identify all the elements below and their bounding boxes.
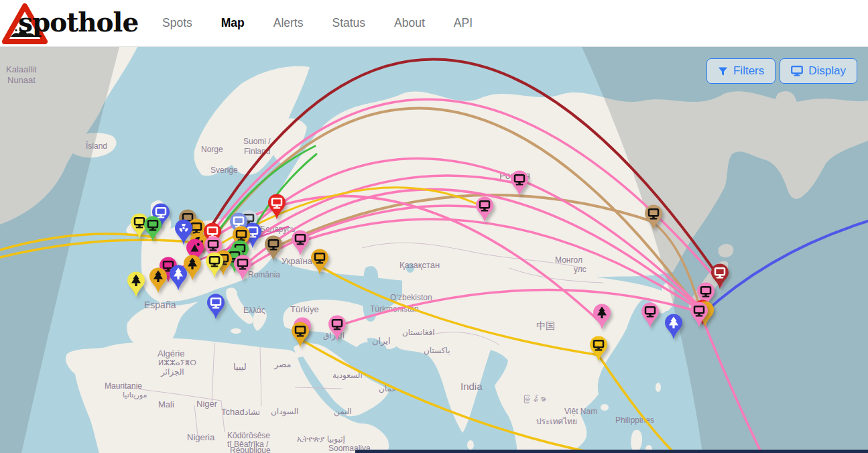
filters-button[interactable]: Filters — [706, 58, 776, 84]
map-label: Algérie — [158, 348, 184, 359]
nav-item-about[interactable]: About — [394, 16, 425, 30]
nav-item-spots[interactable]: Spots — [162, 16, 192, 30]
map-label: Ελλάς — [243, 306, 265, 315]
map-label: Tchad — [221, 407, 245, 417]
map-label: تشاد — [245, 407, 260, 417]
map-label: Ísland — [86, 141, 107, 151]
map-label: السودان — [271, 407, 298, 417]
display-monitor-icon — [791, 66, 803, 76]
map-label: Türkiye — [290, 304, 319, 314]
map-label: 中国 — [536, 320, 555, 331]
nav-item-api[interactable]: API — [454, 16, 473, 30]
nav-item-alerts[interactable]: Alerts — [273, 16, 304, 30]
map-label: ประเทศไทย — [536, 417, 577, 426]
map-controls: Filters Display — [706, 58, 857, 84]
map-label: România — [248, 270, 280, 279]
footer-strip — [355, 450, 868, 453]
map-label: Монгол — [555, 255, 582, 265]
map-label: Sverige — [210, 166, 238, 175]
filter-funnel-icon — [718, 66, 728, 76]
map-label: ليبيا — [233, 362, 247, 372]
map-label: Suomi / — [243, 137, 271, 146]
map-label: ايران — [372, 336, 391, 346]
map-label: España — [144, 300, 176, 310]
map-label: India — [460, 381, 483, 392]
map-label: улс — [574, 265, 586, 274]
nav-item-map[interactable]: Map — [221, 16, 245, 30]
map-label: Nunaat — [7, 75, 36, 85]
map-label: ኢትዮጵያ إثيوبيا — [297, 434, 345, 444]
map-label: الجزائر — [160, 367, 184, 377]
main-nav: Spots Map Alerts Status About API — [162, 16, 473, 30]
map-label: O‘zbekiston — [390, 293, 432, 302]
map-label: Norge — [201, 145, 223, 154]
map-label: Україна — [282, 256, 313, 266]
map-label: Ködörösêse — [227, 431, 270, 440]
nav-item-status[interactable]: Status — [332, 16, 365, 30]
display-button[interactable]: Display — [780, 58, 857, 84]
map-label: Kalaallit — [6, 64, 37, 74]
map-label: မြန်မာ — [522, 395, 546, 404]
brand-name[interactable]: spothole — [18, 7, 138, 38]
map-label: Niger — [196, 399, 218, 409]
map-label: Mali — [158, 399, 174, 409]
map-label: République — [230, 446, 271, 453]
map-label: Қазақстан — [399, 260, 440, 270]
map-label: موريتانيا — [123, 391, 147, 399]
map-label: السعودية — [332, 371, 363, 381]
map-label: Nigeria — [187, 432, 215, 442]
map-label: Mauritanie — [105, 381, 142, 391]
map-label: افغانستان — [402, 328, 435, 337]
map-label: اليمن — [334, 407, 352, 417]
map-label: مصر — [273, 359, 291, 370]
navbar: spothole Spots Map Alerts Status About A… — [0, 0, 868, 47]
map-canvas[interactable]: KalaallitNunaatÍslandNorgeSuomi /Finland… — [0, 47, 868, 453]
map-label: ⵍⵣⵣⴰⵢⴻⵔ — [158, 359, 196, 367]
brand-logo[interactable]: spothole — [0, 0, 154, 47]
map-label: Việt Nam — [564, 407, 597, 416]
map-label: باكستان — [424, 346, 450, 355]
